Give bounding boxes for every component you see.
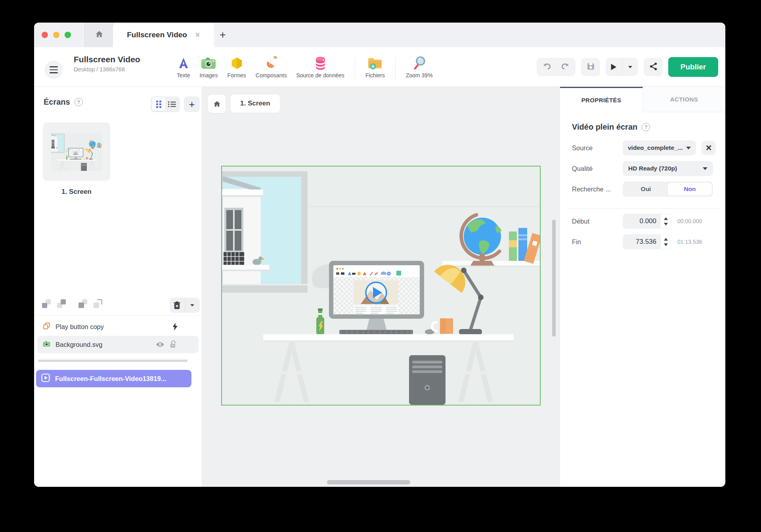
- delete-layer-group: [170, 298, 200, 313]
- undo-redo-group: [537, 58, 576, 76]
- screen-thumbnail[interactable]: [43, 122, 110, 181]
- end-time-input[interactable]: 73.536: [623, 234, 661, 249]
- seek-toggle-no[interactable]: Non: [668, 183, 712, 195]
- delete-layer-button[interactable]: [170, 298, 185, 313]
- folder-plus-icon: [367, 55, 382, 71]
- grid-view-button[interactable]: [152, 98, 165, 111]
- home-tab[interactable]: [84, 23, 114, 47]
- start-timecode: 00:00.000: [677, 218, 702, 224]
- list-view-icon: [168, 101, 176, 107]
- end-label: Fin: [572, 238, 623, 246]
- screen-thumbnail-preview: [51, 133, 102, 171]
- artboard-selected[interactable]: [221, 166, 541, 406]
- project-title: Fullscreen Video: [74, 55, 140, 64]
- end-stepper: [661, 234, 671, 249]
- undo-button[interactable]: [543, 61, 552, 73]
- help-icon[interactable]: ?: [75, 98, 83, 106]
- seek-label: Recherche ...: [572, 186, 623, 193]
- layer-name: Fullscreen-Fullscreen-Video13819...: [55, 375, 166, 383]
- tool-components[interactable]: Composants: [256, 55, 287, 78]
- preview-options-button[interactable]: [622, 58, 639, 76]
- tool-text[interactable]: Texte: [177, 55, 190, 78]
- visibility-eye-icon[interactable]: [156, 342, 164, 349]
- redo-button[interactable]: [560, 61, 570, 73]
- seek-toggle-yes[interactable]: Oui: [624, 183, 668, 195]
- send-backward-button[interactable]: [42, 299, 51, 308]
- start-stepper: [661, 214, 671, 229]
- send-to-back-button[interactable]: [78, 299, 87, 308]
- magnifier-icon: [413, 55, 426, 71]
- vertical-scrollbar[interactable]: [552, 220, 556, 337]
- horizontal-scrollbar[interactable]: [327, 480, 410, 484]
- stepper-down-icon[interactable]: [664, 243, 668, 246]
- clear-source-button[interactable]: ✕: [702, 141, 716, 155]
- delete-options-button[interactable]: [185, 298, 200, 313]
- end-timecode: 01:13.536: [677, 239, 702, 245]
- breadcrumb-home-button[interactable]: [208, 95, 226, 113]
- preview-play-button[interactable]: [606, 58, 622, 76]
- save-button[interactable]: [581, 58, 600, 76]
- video-layer-icon: [41, 373, 50, 384]
- screens-layers-sidebar: Écrans ? + 1. Screen: [34, 87, 202, 487]
- share-button[interactable]: [644, 58, 663, 76]
- seek-toggle: Oui Non: [623, 182, 713, 197]
- tool-images[interactable]: Images: [199, 55, 218, 78]
- close-window-button[interactable]: [42, 32, 48, 38]
- layer-row-play-button-copy[interactable]: Play button copy: [37, 318, 199, 335]
- camera-icon: [201, 55, 216, 71]
- help-icon[interactable]: ?: [642, 123, 650, 131]
- new-tab-button[interactable]: +: [220, 23, 226, 47]
- tool-shapes[interactable]: Formes: [227, 55, 246, 78]
- project-subtitle: Desktop / 1366x768: [74, 66, 140, 73]
- layer-row-background-svg[interactable]: Background.svg: [37, 336, 199, 353]
- zoom-window-button[interactable]: [65, 32, 71, 38]
- text-icon: [177, 55, 190, 71]
- actions-bolt-icon[interactable]: [172, 323, 178, 332]
- sidebar-divider: [34, 315, 202, 316]
- tab-actions[interactable]: ACTIONS: [643, 87, 725, 112]
- unlock-icon[interactable]: [169, 340, 176, 350]
- quality-select[interactable]: HD Ready (720p): [623, 161, 713, 176]
- tool-files[interactable]: Fichiers: [365, 55, 385, 78]
- view-mode-toggle: [151, 96, 180, 112]
- list-view-button[interactable]: [165, 98, 179, 111]
- minimize-window-button[interactable]: [53, 32, 59, 38]
- stepper-down-icon[interactable]: [664, 223, 668, 226]
- tab-properties[interactable]: PROPRIÉTÉS: [560, 87, 643, 112]
- screen-thumbnail-label[interactable]: 1. Screen: [43, 188, 110, 196]
- tool-data-source[interactable]: Source de données: [296, 55, 344, 78]
- toolbar-divider: [395, 57, 396, 80]
- properties-panel: PROPRIÉTÉS ACTIONS Vidéo plein écran ? S…: [560, 87, 725, 487]
- source-select[interactable]: video_complete_...: [623, 140, 696, 155]
- tab-close-icon[interactable]: ×: [195, 31, 200, 39]
- home-icon: [213, 100, 221, 108]
- start-label: Début: [572, 218, 623, 225]
- bring-to-front-button[interactable]: [94, 299, 102, 308]
- app-window: Fullscreen Video × + Fullscreen Video De…: [34, 23, 725, 487]
- bring-forward-button[interactable]: [57, 299, 66, 308]
- tool-zoom[interactable]: Zoom 39%: [406, 55, 433, 78]
- project-title-block: Fullscreen Video Desktop / 1366x768: [74, 55, 140, 73]
- chevron-down-icon: [190, 304, 195, 307]
- stepper-up-icon[interactable]: [664, 238, 668, 241]
- section-title: Vidéo plein écran: [572, 122, 637, 132]
- start-time-input[interactable]: 0.000: [623, 214, 661, 229]
- menu-button[interactable]: [44, 61, 63, 79]
- layer-row-fullscreen-video-selected[interactable]: Fullscreen-Fullscreen-Video13819...: [36, 370, 191, 387]
- trash-icon: [173, 301, 181, 310]
- screens-panel-title: Écrans: [44, 98, 70, 107]
- chevron-down-icon: [628, 65, 633, 69]
- play-icon: [610, 63, 617, 71]
- copy-icon: [43, 322, 50, 331]
- quality-label: Qualité: [572, 165, 623, 172]
- chevron-down-icon: [703, 167, 707, 170]
- canvas-area[interactable]: 1. Screen: [202, 87, 560, 487]
- traffic-lights: [42, 32, 71, 38]
- publish-button[interactable]: Publier: [668, 57, 718, 77]
- flask-icon: [264, 55, 278, 71]
- share-icon: [649, 62, 658, 73]
- breadcrumb-screen[interactable]: 1. Screen: [230, 94, 281, 113]
- stepper-up-icon[interactable]: [664, 217, 668, 220]
- add-screen-button[interactable]: +: [184, 96, 200, 112]
- tab-fullscreen-video[interactable]: Fullscreen Video ×: [113, 23, 214, 47]
